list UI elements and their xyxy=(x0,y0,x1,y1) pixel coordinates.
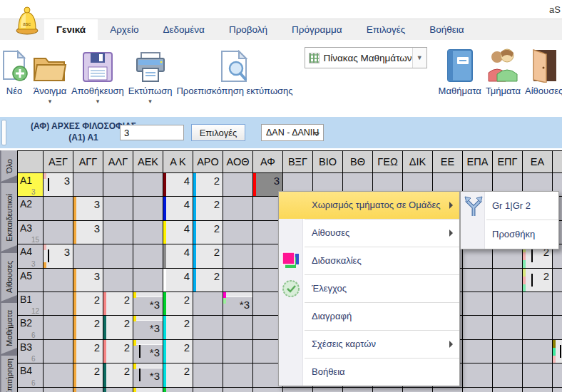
lesson-cell-B1-Ε[interactable] xyxy=(553,292,562,316)
toolbar-button-Άνοιγμα[interactable]: Άνοιγμα▾ xyxy=(33,46,67,117)
lesson-cell-A5-Ε[interactable] xyxy=(553,269,562,292)
lesson-cell-B4-ΑΓΓ[interactable]: 2 xyxy=(73,363,103,387)
dropdown-caret-icon[interactable]: ▾ xyxy=(48,98,52,105)
lesson-cell-x-ΕΑ[interactable] xyxy=(523,388,553,392)
tab-Πρόγραμμα[interactable]: Πρόγραμμα xyxy=(280,19,354,41)
menu-item-Αίθουσες[interactable]: Αίθουσες xyxy=(279,220,459,247)
lesson-cell-A2-Α Κ[interactable]: 4 xyxy=(163,197,193,220)
panel-splitter-handle[interactable] xyxy=(1,120,6,145)
lesson-cell-x-ΒΙΟ[interactable] xyxy=(313,388,343,392)
column-header-ΑΕΚ[interactable]: ΑΕΚ xyxy=(133,151,163,173)
lesson-cell-B1-ΑΛΓ[interactable]: 2 xyxy=(103,292,133,316)
column-header-ΑΛΓ[interactable]: ΑΛΓ xyxy=(103,151,133,173)
column-header-ΕΠΓ[interactable]: ΕΠΓ xyxy=(493,151,523,173)
options-button[interactable]: Επιλογές xyxy=(191,124,245,141)
lesson-cell-x-ΑΞΓ[interactable] xyxy=(44,388,73,392)
lesson-cell-A4-Α Κ[interactable]: 4 xyxy=(163,244,193,268)
lesson-cell-A2-ΑΟΘ[interactable] xyxy=(223,197,253,220)
lesson-cell-A5-ΑΡΟ[interactable]: 2 xyxy=(193,269,223,292)
toolbar-button-Νέο[interactable]: Νέο xyxy=(0,46,29,117)
lesson-cell-A1-ΑΓΓ[interactable] xyxy=(73,173,103,197)
lesson-cell-A1-ΑΛΓ[interactable] xyxy=(103,173,133,197)
column-header-ΕΑ[interactable]: ΕΑ xyxy=(523,151,553,173)
lesson-cell-B4-ΑΟΘ[interactable] xyxy=(223,363,253,387)
lesson-cell-A2-ΑΡΟ[interactable]: 2 xyxy=(193,197,223,220)
lesson-cell-A4-ΑΛΓ[interactable] xyxy=(103,244,133,268)
dropdown-caret-icon[interactable]: ▾ xyxy=(96,98,100,105)
lesson-cell-B2-ΑΞΓ[interactable] xyxy=(44,316,73,339)
submenu-item-Προσθήκη[interactable]: Προσθήκη xyxy=(461,220,558,248)
lesson-cell-x-ΑΓΓ[interactable] xyxy=(73,388,103,392)
menu-item-Διδασκαλίες[interactable]: Διδασκαλίες xyxy=(279,247,459,274)
column-header-ΒΙΟ[interactable]: ΒΙΟ xyxy=(313,151,343,173)
lesson-cell-B2-ΕΑ[interactable] xyxy=(523,316,553,339)
column-header-ΒΘ[interactable]: ΒΘ xyxy=(343,151,373,173)
view-selector-dropdown-button[interactable]: ▼ xyxy=(412,48,426,68)
lesson-cell-B4-ΕΠΑ[interactable] xyxy=(463,363,493,387)
side-tab-Όλο[interactable]: Όλο xyxy=(1,150,17,182)
side-tab-Επιτήρηση[interactable]: Επιτήρηση xyxy=(1,356,17,392)
lesson-cell-B3-ΑΛΓ[interactable]: 2 xyxy=(103,340,133,363)
lesson-cell-B1-ΕΑ[interactable] xyxy=(523,292,553,316)
toolbar-button-Προεπισκόπηση εκτύπωσης[interactable]: Προεπισκόπηση εκτύπωσης xyxy=(176,46,292,117)
lesson-cell-A4-ΑΟΘ[interactable] xyxy=(223,244,253,268)
lesson-cell-A3-ΑΡΟ[interactable]: 2 xyxy=(193,221,223,244)
lesson-cell-B4-Α Κ[interactable]: 2 xyxy=(163,363,193,387)
toolbar-button-Τμήματα[interactable]: Τμήματα xyxy=(486,46,521,117)
lesson-cell-x-ΓΕΩ[interactable] xyxy=(373,388,403,392)
lesson-cell-B4-ΕΑ[interactable] xyxy=(523,363,553,387)
lesson-count-input[interactable] xyxy=(120,125,184,140)
tab-Αρχείο[interactable]: Αρχείο xyxy=(98,19,150,41)
lesson-cell-B1-ΑΓΓ[interactable]: 2 xyxy=(73,292,103,316)
lesson-cell-A5-ΑΞΓ[interactable] xyxy=(44,269,73,292)
lesson-cell-A2-ΑΞΓ[interactable] xyxy=(44,197,73,220)
column-header-ΑΦ[interactable]: ΑΦ xyxy=(253,151,283,173)
lesson-cell-A5-ΑΓΓ[interactable]: 3 xyxy=(73,269,103,292)
column-header-Α Κ[interactable]: Α Κ xyxy=(163,151,193,173)
lesson-cell-A5-ΑΟΘ[interactable] xyxy=(223,269,253,292)
lesson-cell-A5-ΑΕΚ[interactable] xyxy=(133,269,163,292)
lesson-cell-B2-ΕΠΑ[interactable] xyxy=(463,316,493,339)
row-header-B2[interactable]: B26 xyxy=(18,316,44,339)
lesson-cell-A1-ΑΟΘ[interactable] xyxy=(223,173,253,197)
column-header-ΑΟΘ[interactable]: ΑΟΘ xyxy=(223,151,253,173)
toolbar-button-Μαθήματα[interactable]: Μαθήματα xyxy=(439,46,481,117)
row-header-B1[interactable]: B112 xyxy=(18,292,44,316)
lesson-cell-B4-Ε[interactable] xyxy=(553,363,562,387)
lesson-cell-B2-ΕΠΓ[interactable] xyxy=(493,316,523,339)
tab-Βοήθεια[interactable]: Βοήθεια xyxy=(417,19,476,41)
row-header-A5[interactable]: A5 xyxy=(18,269,44,292)
column-header-ΑΞΓ[interactable]: ΑΞΓ xyxy=(44,151,73,173)
lesson-cell-x-ΑΛΓ[interactable] xyxy=(103,388,133,392)
lesson-cell-A4-ΑΞΓ[interactable]: 3 xyxy=(44,244,73,268)
lesson-cell-A1-Α Κ[interactable]: 4 xyxy=(163,173,193,197)
teacher-dropdown[interactable]: ΔΑΝ - ΔΑΝΙΗ xyxy=(261,124,324,141)
lesson-cell-A1-ΑΕΚ[interactable] xyxy=(133,173,163,197)
row-header-B4[interactable]: B46 xyxy=(18,363,44,387)
lesson-cell-A2-ΑΓΓ[interactable]: 3 xyxy=(73,197,103,220)
lesson-cell-B1-ΑΕΚ[interactable]: *3 xyxy=(133,292,163,316)
row-header-partial[interactable] xyxy=(18,388,44,392)
lesson-cell-B3-Α Κ[interactable]: 2 xyxy=(163,340,193,363)
menu-item-Βοήθεια[interactable]: Βοήθεια xyxy=(279,359,459,386)
toolbar-button-Αίθουσες[interactable]: Αίθουσες xyxy=(525,46,562,117)
menu-item-Σχέσεις καρτών[interactable]: Σχέσεις καρτών xyxy=(279,331,459,358)
lesson-cell-B2-ΑΟΘ[interactable] xyxy=(223,316,253,339)
lesson-cell-A3-ΑΕΚ[interactable] xyxy=(133,221,163,244)
row-header-A1[interactable]: A13 xyxy=(18,173,44,197)
lesson-cell-A1-ΑΞΓ[interactable]: 3 xyxy=(44,173,73,197)
lesson-cell-x-Α Κ[interactable] xyxy=(163,388,193,392)
lesson-cell-x-ΑΕΚ[interactable] xyxy=(133,388,163,392)
tab-Δεδομένα[interactable]: Δεδομένα xyxy=(150,19,216,41)
lesson-cell-B3-ΕΠΑ[interactable] xyxy=(463,340,493,363)
column-header-ΑΡΟ[interactable]: ΑΡΟ xyxy=(193,151,223,173)
tab-Προβολή[interactable]: Προβολή xyxy=(217,19,280,41)
column-header-ΕΠΑ[interactable]: ΕΠΑ xyxy=(463,151,493,173)
lesson-cell-B3-ΑΟΘ[interactable] xyxy=(223,340,253,363)
lesson-cell-B2-Α Κ[interactable]: 2 xyxy=(163,316,193,339)
lesson-cell-A5-ΕΠΑ[interactable] xyxy=(463,269,493,292)
lesson-cell-B4-ΑΡΟ[interactable] xyxy=(193,363,223,387)
lesson-cell-x-ΑΦ[interactable] xyxy=(253,388,283,392)
toolbar-button-Εκτύπωση[interactable]: Εκτύπωση▾ xyxy=(128,46,173,117)
lesson-cell-x-ΕΠΑ[interactable] xyxy=(463,388,493,392)
